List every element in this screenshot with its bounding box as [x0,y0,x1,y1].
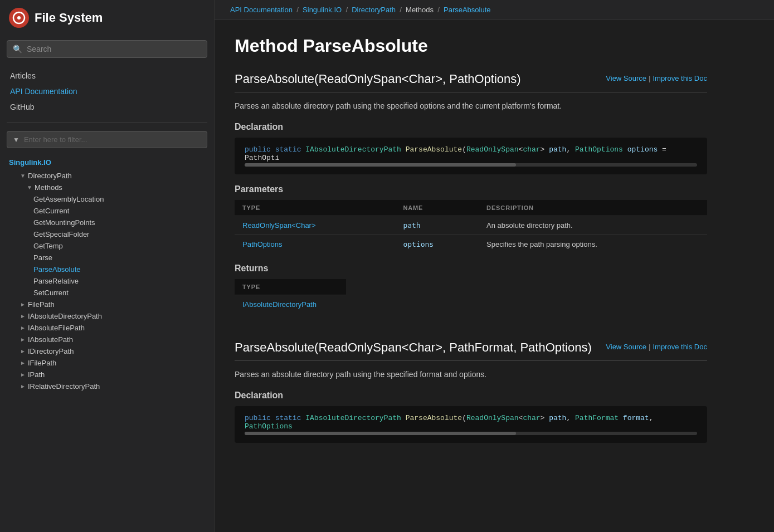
col-name-header: NAME [395,200,479,216]
method-links-2: View Source | Improve this Doc [606,340,707,351]
method-overload-1: ParseAbsolute(ReadOnlySpan<Char>, PathOp… [235,72,707,314]
method-description-1: Parses an absolute directory path using … [235,100,707,112]
chevron-down-icon: ▼ [20,173,26,179]
improve-doc-link-1[interactable]: Improve this Doc [653,74,707,82]
declaration-label-1: Declaration [235,122,707,132]
param-desc-2: Specifies the path parsing options. [479,235,707,254]
method-signature-1: ParseAbsolute(ReadOnlySpan<Char>, PathOp… [235,72,606,86]
returns-type-value[interactable]: IAbsoluteDirectoryPath [235,295,346,314]
tree-item-directorypath[interactable]: ▼ DirectoryPath [7,170,207,182]
declaration-label-2: Declaration [235,391,707,401]
svg-point-2 [17,16,21,19]
search-container: 🔍 Search [0,36,214,65]
returns-table-1: TYPE IAbsoluteDirectoryPath [235,279,346,314]
link-separator-2: | [649,343,650,351]
app-title: File System [35,11,103,25]
method-description-2: Parses an absolute directory path using … [235,369,707,380]
tree-item-filepath[interactable]: ► FilePath [7,299,207,310]
tree-item-setcurrent[interactable]: SetCurrent [7,287,207,299]
tree-item-methods[interactable]: ▼ Methods [7,182,207,193]
logo-icon [9,8,29,28]
tree-item-idirectorypath[interactable]: ► IDirectoryPath [7,345,207,357]
filter-placeholder: Enter here to filter... [24,135,87,144]
tree-item-parseabsolute[interactable]: ParseAbsolute [7,263,207,275]
breadcrumb: API Documentation / Singulink.IO / Direc… [215,0,774,20]
filter-box[interactable]: ▼ Enter here to filter... [7,131,207,148]
tree-item-parserelative[interactable]: ParseRelative [7,275,207,287]
chevron-right-icon: ► [20,360,26,366]
chevron-right-icon: ► [20,348,26,354]
tree-item-irelativedirectorypath[interactable]: ► IRelativeDirectoryPath [7,380,207,392]
tree-item-getmountingpoints[interactable]: GetMountingPoints [7,217,207,228]
param-desc-1: An absolute directory path. [479,216,707,235]
nav-articles[interactable]: Articles [9,69,205,82]
returns-label-1: Returns [235,263,707,274]
tree-group-singulink[interactable]: Singulink.IO [7,156,207,170]
page-title: Method ParseAbsolute [235,36,707,56]
tree-item-iabsolutedirectorypath[interactable]: ► IAbsoluteDirectoryPath [7,310,207,322]
param-name-2: options [395,235,479,254]
col-type-header: TYPE [235,200,395,216]
chevron-right-icon: ► [20,313,26,319]
chevron-down-icon: ▼ [27,184,32,191]
sidebar-header: File System [0,0,214,36]
tree-item-getspecialfolder[interactable]: GetSpecialFolder [7,228,207,240]
returns-row-1: IAbsoluteDirectoryPath [235,295,346,314]
params-table-1: TYPE NAME DESCRIPTION ReadOnlySpan<Char>… [235,200,707,253]
view-source-link-1[interactable]: View Source [606,74,646,82]
nav-api-documentation[interactable]: API Documentation [9,85,205,98]
tree-item-parse[interactable]: Parse [7,252,207,263]
tree-item-getassemblylocation[interactable]: GetAssemblyLocation [7,193,207,205]
sidebar-divider [7,123,207,123]
breadcrumb-api-documentation[interactable]: API Documentation [230,6,293,14]
search-icon: 🔍 [13,45,22,53]
tree-item-iabsolutepath[interactable]: ► IAbsolutePath [7,334,207,345]
filter-icon: ▼ [13,136,20,144]
breadcrumb-directorypath[interactable]: DirectoryPath [352,6,396,14]
param-row-2: PathOptions options Specifies the path p… [235,235,707,254]
param-type-1[interactable]: ReadOnlySpan<Char> [235,216,395,235]
link-separator-1: | [649,74,650,82]
chevron-right-icon: ► [20,383,26,389]
tree-item-ifilepath[interactable]: ► IFilePath [7,357,207,369]
parameters-label-1: Parameters [235,184,707,194]
method-header-1: ParseAbsolute(ReadOnlySpan<Char>, PathOp… [235,72,707,92]
breadcrumb-singulink[interactable]: Singulink.IO [303,6,342,14]
tree-section: Singulink.IO ▼ DirectoryPath ▼ Methods G… [0,154,214,394]
view-source-link-2[interactable]: View Source [606,343,646,351]
col-description-header: DESCRIPTION [479,200,707,216]
method-signature-2: ParseAbsolute(ReadOnlySpan<Char>, PathFo… [235,340,606,355]
method-links-1: View Source | Improve this Doc [606,72,707,82]
param-type-2[interactable]: PathOptions [235,235,395,254]
method-overload-2: ParseAbsolute(ReadOnlySpan<Char>, PathFo… [235,340,707,443]
improve-doc-link-2[interactable]: Improve this Doc [653,343,707,351]
code-block-2: public static IAbsoluteDirectoryPath Par… [235,406,707,443]
breadcrumb-parseabsolute[interactable]: ParseAbsolute [444,6,491,14]
code-block-1: public static IAbsoluteDirectoryPath Par… [235,138,707,174]
tree-item-gettemp[interactable]: GetTemp [7,240,207,252]
search-placeholder: Search [27,45,51,53]
search-box[interactable]: 🔍 Search [7,40,207,58]
breadcrumb-methods: Methods [406,6,434,14]
tree-item-ipath[interactable]: ► IPath [7,369,207,380]
chevron-right-icon: ► [20,336,26,343]
chevron-right-icon: ► [20,325,26,331]
main-content: API Documentation / Singulink.IO / Direc… [215,0,774,532]
content-area: Method ParseAbsolute ParseAbsolute(ReadO… [215,20,727,485]
filter-container: ▼ Enter here to filter... [0,128,214,154]
param-name-1: path [395,216,479,235]
returns-type-header: TYPE [235,279,346,295]
chevron-right-icon: ► [20,301,26,308]
chevron-right-icon: ► [20,372,26,378]
sidebar: File System 🔍 Search Articles API Docume… [0,0,215,532]
nav-github[interactable]: GitHub [9,100,205,114]
method-header-2: ParseAbsolute(ReadOnlySpan<Char>, PathFo… [235,340,707,361]
param-row-1: ReadOnlySpan<Char> path An absolute dire… [235,216,707,235]
tree-item-getcurrent[interactable]: GetCurrent [7,205,207,217]
tree-item-iabsolutefilepath[interactable]: ► IAbsoluteFilePath [7,322,207,334]
nav-links: Articles API Documentation GitHub [0,65,214,118]
